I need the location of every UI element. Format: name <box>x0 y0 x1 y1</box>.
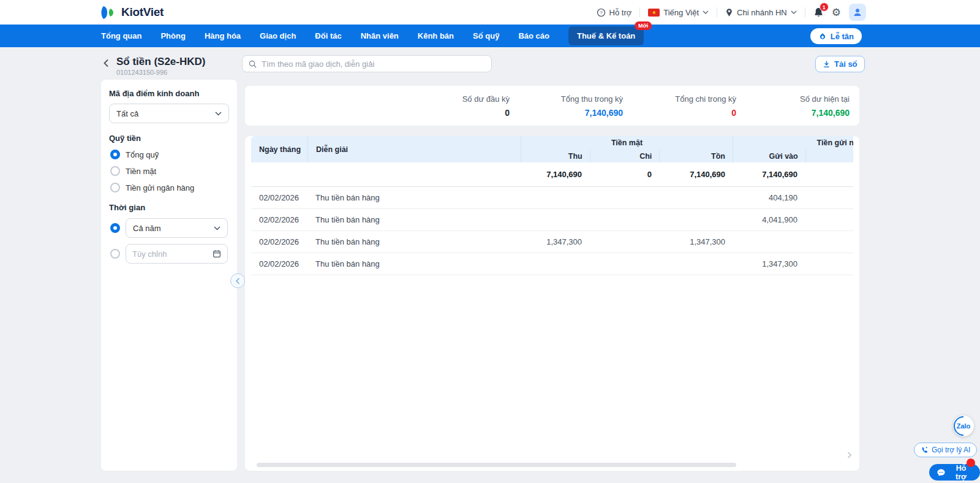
radio-label: Tiền mặt <box>126 167 156 176</box>
table-row[interactable]: 02/02/2026 Thu tiền bán hàng 1,347,300 1… <box>251 231 853 253</box>
column-header-date: Ngày tháng <box>251 136 307 162</box>
search-input[interactable] <box>262 59 485 69</box>
help-label: Hỗ trợ <box>609 8 632 17</box>
svg-text:?: ? <box>600 10 603 15</box>
table-row[interactable]: 02/02/2026 Thu tiền bán hàng 404,190 <box>251 187 853 209</box>
cell-date: 02/02/2026 <box>251 215 307 224</box>
radio-icon[interactable] <box>110 249 120 259</box>
location-select[interactable]: Tất cả <box>109 104 229 123</box>
nav-item-thue-ke-toan[interactable]: Thuế & Kế toán Mới <box>568 26 644 45</box>
summary-label: Số dư đầu kỳ <box>396 94 510 104</box>
reception-button[interactable]: Lễ tân <box>810 28 862 44</box>
fund-option-tien-mat[interactable]: Tiền mặt <box>110 166 228 176</box>
column-group-cash: Tiền mặt Thu Chi Tồn <box>521 136 733 162</box>
page-subtitle: 0101243150-996 <box>116 69 167 76</box>
divider <box>805 7 805 17</box>
cell-description: Thu tiền bán hàng <box>307 215 521 224</box>
nav-item-doi-tac[interactable]: Đối tác <box>315 31 341 40</box>
column-group-bank: Tiền gửi ngân hàng Gửi vào <box>733 136 853 162</box>
summary-current-balance: Số dư hiện tại 7,140,690 <box>736 94 850 118</box>
filter-sidebar: Mã địa điểm kinh doanh Tất cả Quỹ tiền T… <box>101 80 237 471</box>
time-filter-label: Thời gian <box>109 203 229 212</box>
radio-label: Tổng quỹ <box>126 150 159 159</box>
cell-description: Thu tiền bán hàng <box>307 193 521 202</box>
custom-date-input-wrap <box>126 244 228 264</box>
summary-label: Tổng chi trong kỳ <box>623 94 736 104</box>
branch-selector[interactable]: Chi nhánh HN <box>725 8 797 17</box>
total-thu: 7,140,690 <box>521 170 589 179</box>
branch-label: Chi nhánh HN <box>737 8 787 17</box>
sidebar-collapse-button[interactable] <box>230 273 245 288</box>
radio-checked-icon[interactable] <box>110 223 120 233</box>
summary-card: Số dư đầu kỳ 0 Tổng thu trong kỳ 7,140,6… <box>245 86 859 126</box>
table-row[interactable]: 02/02/2026 Thu tiền bán hàng 4,041,900 <box>251 209 853 231</box>
download-icon <box>823 60 831 68</box>
nav-item-tong-quan[interactable]: Tổng quan <box>101 31 141 40</box>
nav-item-hang-hoa[interactable]: Hàng hóa <box>205 31 241 40</box>
cell-date: 02/02/2026 <box>251 259 307 268</box>
help-link[interactable]: ? Hỗ trợ <box>597 8 632 17</box>
divider <box>639 7 640 17</box>
search-icon <box>249 60 257 68</box>
column-header-description: Diễn giải <box>307 136 521 162</box>
radio-checked-icon <box>110 150 120 159</box>
chevron-right-icon[interactable] <box>847 452 852 458</box>
nav-item-giao-dich[interactable]: Giao dịch <box>260 31 296 40</box>
time-preset-value: Cả năm <box>133 224 161 233</box>
location-pin-icon <box>725 8 733 17</box>
location-select-value: Tất cả <box>116 109 138 118</box>
brand-name: KiotViet <box>121 6 164 19</box>
search-box <box>242 55 492 72</box>
nav-item-phong[interactable]: Phòng <box>160 31 185 40</box>
back-button[interactable] <box>103 59 109 67</box>
top-bar: KiotViet ? Hỗ trợ ★ Tiếng Việt Chi nhánh… <box>0 0 980 25</box>
summary-label: Số dư hiện tại <box>736 94 850 104</box>
summary-value: 7,140,690 <box>510 108 623 118</box>
chevron-left-icon <box>235 278 240 284</box>
calendar-icon[interactable] <box>213 249 221 258</box>
user-avatar[interactable] <box>849 4 866 21</box>
radio-icon <box>110 166 120 176</box>
horizontal-scrollbar[interactable] <box>257 463 736 467</box>
fund-option-tien-gui-ngan-hang[interactable]: Tiền gửi ngân hàng <box>110 183 228 192</box>
nav-item-kenh-ban[interactable]: Kênh bán <box>418 31 454 40</box>
ai-assistant-call-button[interactable]: Gọi trợ lý AI <box>914 443 977 457</box>
table-row[interactable]: 02/02/2026 Thu tiền bán hàng 1,347,300 <box>251 253 853 275</box>
group-label-bank: Tiền gửi ngân hàng <box>733 136 853 150</box>
summary-label: Tổng thu trong kỳ <box>510 94 623 104</box>
brand-logo[interactable]: KiotViet <box>100 0 164 25</box>
radio-label: Tiền gửi ngân hàng <box>126 183 194 192</box>
support-notification-dot <box>967 458 975 467</box>
summary-total-receipts: Tổng thu trong kỳ 7,140,690 <box>510 94 623 118</box>
column-header-ton: Tồn <box>659 150 733 162</box>
settings-gear-icon[interactable]: ⚙ <box>832 7 841 18</box>
phone-icon <box>921 446 929 454</box>
download-ledger-button[interactable]: Tải sổ <box>815 56 865 72</box>
new-badge: Mới <box>635 21 652 30</box>
radio-icon <box>110 183 120 192</box>
nav-item-nhan-vien[interactable]: Nhân viên <box>361 31 399 40</box>
ledger-table-card: Ngày tháng Diễn giải Tiền mặt Thu Chi Tồ… <box>245 136 859 471</box>
custom-date-input[interactable] <box>132 249 200 259</box>
total-gui-vao: 7,140,690 <box>733 170 805 179</box>
summary-value: 0 <box>396 108 510 118</box>
help-icon: ? <box>597 8 606 17</box>
fund-option-tong-quy[interactable]: Tổng quỹ <box>110 150 228 159</box>
cell-date: 02/02/2026 <box>251 237 307 246</box>
notifications-button[interactable]: 1 <box>813 7 824 18</box>
nav-item-bao-cao[interactable]: Báo cáo <box>518 31 549 40</box>
chevron-down-icon <box>791 10 797 15</box>
kiotviet-logo-icon <box>100 4 116 21</box>
user-icon <box>853 7 862 17</box>
language-selector[interactable]: ★ Tiếng Việt <box>648 8 709 17</box>
cell-gui-vao: 404,190 <box>733 193 805 202</box>
nav-item-so-quy[interactable]: Sổ quỹ <box>473 31 499 40</box>
download-label: Tải sổ <box>834 59 858 69</box>
language-label: Tiếng Việt <box>663 8 699 17</box>
ledger-table: Ngày tháng Diễn giải Tiền mặt Thu Chi Tồ… <box>251 136 853 275</box>
summary-opening-balance: Số dư đầu kỳ 0 <box>396 94 510 118</box>
summary-value: 0 <box>623 108 736 118</box>
time-preset-select[interactable]: Cả năm <box>126 218 228 238</box>
table-header: Ngày tháng Diễn giải Tiền mặt Thu Chi Tồ… <box>251 136 853 162</box>
zalo-button[interactable]: Zalo <box>953 416 974 436</box>
